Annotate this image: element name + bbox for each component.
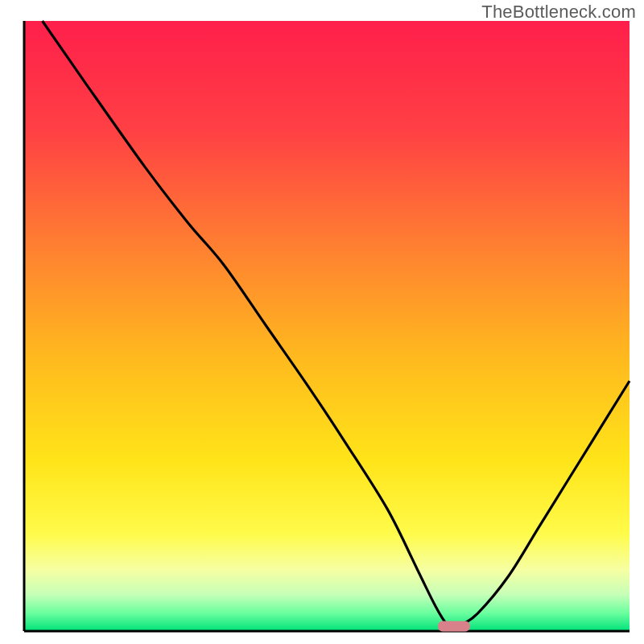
- optimum-marker: [438, 621, 470, 631]
- bottleneck-chart: [0, 0, 644, 644]
- plot-background: [24, 21, 630, 631]
- chart-container: TheBottleneck.com: [0, 0, 644, 644]
